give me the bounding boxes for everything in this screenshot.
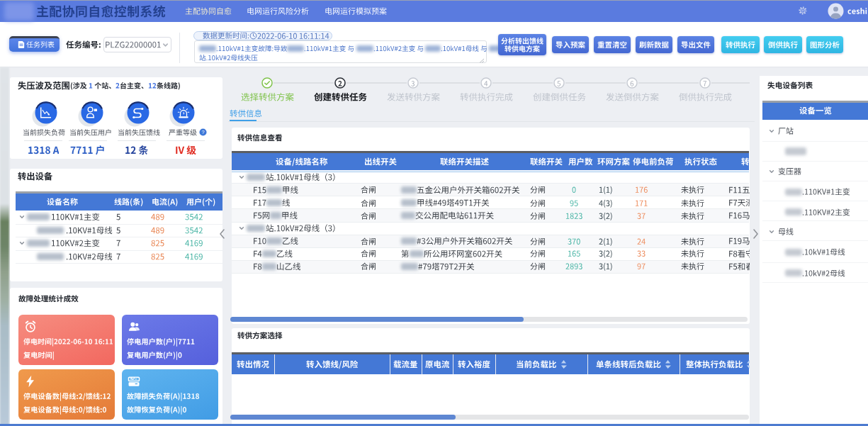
svg-text:?: ? xyxy=(201,129,204,135)
